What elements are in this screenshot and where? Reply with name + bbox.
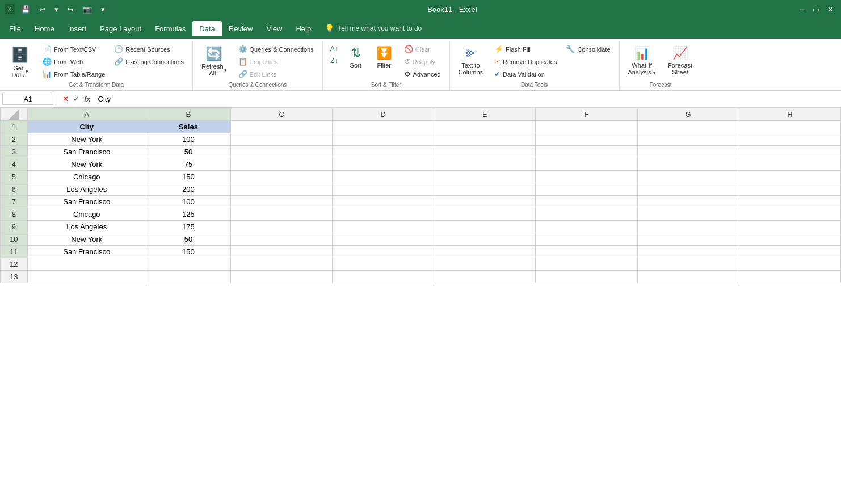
col-header-b[interactable]: B <box>146 108 230 121</box>
cell-D12[interactable] <box>333 258 434 271</box>
cell-H8[interactable] <box>739 208 840 221</box>
menu-help[interactable]: Help <box>289 21 318 36</box>
customize-qat[interactable]: ▾ <box>98 4 108 15</box>
cell-G5[interactable] <box>637 171 739 183</box>
existing-connections-button[interactable]: 🔗 Existing Connections <box>110 56 188 68</box>
cell-D7[interactable] <box>333 196 434 208</box>
cell-B10[interactable]: 50 <box>146 233 230 246</box>
row-number-6[interactable]: 6 <box>1 183 28 196</box>
col-header-h[interactable]: H <box>739 108 840 121</box>
cell-A6[interactable]: Los Angeles <box>27 183 146 196</box>
menu-insert[interactable]: Insert <box>61 21 94 36</box>
name-box[interactable] <box>2 94 53 105</box>
cell-H4[interactable] <box>739 158 840 171</box>
menu-data[interactable]: Data <box>192 21 221 36</box>
spreadsheet-container[interactable]: A B C D E F G H 1CitySales2New York1003S… <box>0 108 841 504</box>
menu-page-layout[interactable]: Page Layout <box>93 21 148 36</box>
row-number-7[interactable]: 7 <box>1 196 28 208</box>
cell-G8[interactable] <box>637 208 739 221</box>
undo-dropdown[interactable]: ▾ <box>52 4 61 15</box>
cell-B12[interactable] <box>146 258 230 271</box>
cell-H11[interactable] <box>739 246 840 258</box>
menu-review[interactable]: Review <box>222 21 260 36</box>
cell-G1[interactable] <box>637 121 739 133</box>
cell-B13[interactable] <box>146 271 230 283</box>
sort-button[interactable]: ⇅ Sort <box>343 43 368 81</box>
cell-H12[interactable] <box>739 258 840 271</box>
cell-H7[interactable] <box>739 196 840 208</box>
cell-E10[interactable] <box>434 233 536 246</box>
cell-A11[interactable]: San Francisco <box>27 246 146 258</box>
cell-H13[interactable] <box>739 271 840 283</box>
refresh-all-button[interactable]: 🔄 RefreshAll ▾ <box>197 43 231 81</box>
tell-me-text[interactable]: Tell me what you want to do <box>338 24 422 32</box>
cell-G10[interactable] <box>637 233 739 246</box>
cell-E11[interactable] <box>434 246 536 258</box>
cell-E3[interactable] <box>434 146 536 158</box>
cell-A12[interactable] <box>27 258 146 271</box>
consolidate-button[interactable]: 🔧 Consolidate <box>562 43 614 55</box>
cell-B6[interactable]: 200 <box>146 183 230 196</box>
cell-C5[interactable] <box>231 171 333 183</box>
cell-B4[interactable]: 75 <box>146 158 230 171</box>
flash-fill-button[interactable]: ⚡ Flash Fill <box>490 43 561 55</box>
cell-E12[interactable] <box>434 258 536 271</box>
cell-E4[interactable] <box>434 158 536 171</box>
menu-home[interactable]: Home <box>28 21 61 36</box>
cell-A10[interactable]: New York <box>27 233 146 246</box>
cell-G9[interactable] <box>637 221 739 233</box>
cell-D13[interactable] <box>333 271 434 283</box>
formula-input[interactable] <box>95 94 839 104</box>
row-number-12[interactable]: 12 <box>1 258 28 271</box>
cell-C9[interactable] <box>231 221 333 233</box>
row-number-3[interactable]: 3 <box>1 146 28 158</box>
cell-C6[interactable] <box>231 183 333 196</box>
from-web-button[interactable]: 🌐 From Web <box>39 56 109 68</box>
row-number-2[interactable]: 2 <box>1 133 28 146</box>
cell-B2[interactable]: 100 <box>146 133 230 146</box>
cell-A13[interactable] <box>27 271 146 283</box>
cell-E8[interactable] <box>434 208 536 221</box>
cell-F7[interactable] <box>536 196 637 208</box>
row-number-10[interactable]: 10 <box>1 233 28 246</box>
cell-C1[interactable] <box>231 121 333 133</box>
col-header-g[interactable]: G <box>637 108 739 121</box>
cell-A3[interactable]: San Francisco <box>27 146 146 158</box>
cell-D10[interactable] <box>333 233 434 246</box>
col-header-a[interactable]: A <box>27 108 146 121</box>
cell-H6[interactable] <box>739 183 840 196</box>
cell-F1[interactable] <box>536 121 637 133</box>
row-number-13[interactable]: 13 <box>1 271 28 283</box>
cell-D8[interactable] <box>333 208 434 221</box>
row-number-9[interactable]: 9 <box>1 221 28 233</box>
cell-C10[interactable] <box>231 233 333 246</box>
cell-D3[interactable] <box>333 146 434 158</box>
cell-B5[interactable]: 150 <box>146 171 230 183</box>
cell-F4[interactable] <box>536 158 637 171</box>
cell-E5[interactable] <box>434 171 536 183</box>
cell-H2[interactable] <box>739 133 840 146</box>
filter-button[interactable]: ⏬ Filter <box>372 43 397 81</box>
cell-C8[interactable] <box>231 208 333 221</box>
formula-cancel-icon[interactable]: ✕ <box>61 94 70 104</box>
cell-B9[interactable]: 175 <box>146 221 230 233</box>
cell-E6[interactable] <box>434 183 536 196</box>
text-to-columns-button[interactable]: ⫸ Text toColumns <box>455 43 487 81</box>
sort-za-button[interactable]: Z↓ <box>327 55 340 66</box>
cell-G11[interactable] <box>637 246 739 258</box>
cell-G4[interactable] <box>637 158 739 171</box>
cell-H5[interactable] <box>739 171 840 183</box>
col-header-f[interactable]: F <box>536 108 637 121</box>
cell-A9[interactable]: Los Angeles <box>27 221 146 233</box>
cell-C3[interactable] <box>231 146 333 158</box>
col-header-e[interactable]: E <box>434 108 536 121</box>
cell-D9[interactable] <box>333 221 434 233</box>
properties-button[interactable]: 📋 Properties <box>234 56 318 68</box>
advanced-button[interactable]: ⚙ Advanced <box>400 68 445 80</box>
reapply-button[interactable]: ↺ Reapply <box>400 56 445 68</box>
cell-F9[interactable] <box>536 221 637 233</box>
cell-F5[interactable] <box>536 171 637 183</box>
forecast-sheet-button[interactable]: 📈 ForecastSheet <box>663 43 697 81</box>
edit-links-button[interactable]: 🔗 Edit Links <box>234 68 318 80</box>
cell-C4[interactable] <box>231 158 333 171</box>
